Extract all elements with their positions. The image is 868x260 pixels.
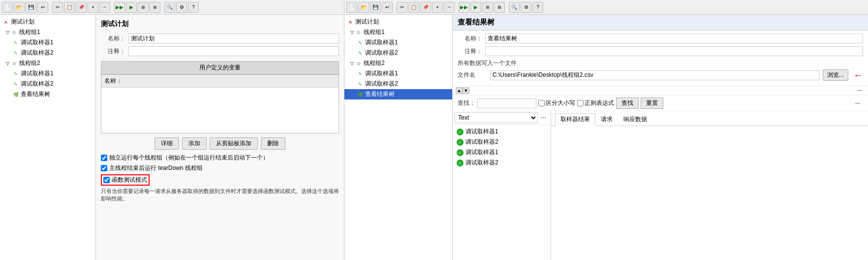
- r-add-btn[interactable]: +: [432, 2, 443, 13]
- r-copy-btn[interactable]: 📋: [408, 2, 419, 13]
- r-file-btn[interactable]: 📄: [346, 2, 357, 13]
- r-tree-item-group1[interactable]: ▽ ⊙ 线程组1: [344, 27, 452, 37]
- run-btn[interactable]: ▶: [126, 2, 137, 13]
- add-btn[interactable]: +: [88, 2, 98, 13]
- r-question-btn[interactable]: ?: [532, 2, 543, 13]
- r-name-row: 名称：: [458, 33, 863, 43]
- scissors-btn[interactable]: ✂: [52, 2, 63, 13]
- r-tree-label-group2: 线程组2: [364, 59, 385, 67]
- add-var-btn[interactable]: 添加: [182, 137, 207, 150]
- r-search-btn[interactable]: 🔍: [509, 2, 520, 13]
- r-settings-btn[interactable]: ⚙: [521, 2, 531, 13]
- independent-threads-checkbox[interactable]: [101, 155, 107, 161]
- name-input[interactable]: [128, 33, 339, 43]
- tree-item-group1[interactable]: ▽ ⊙ 线程组1: [0, 27, 95, 37]
- result-area: Text ··· ✓ 调试取样器1 ✓ 调试取样器2: [453, 111, 868, 260]
- tree-item-s1-1[interactable]: ✎ 调试取样器1: [0, 37, 95, 48]
- expand-btn[interactable]: ▲: [456, 87, 463, 94]
- dots-btn-top[interactable]: ···: [854, 87, 865, 94]
- tree-label-s1-2: 调试取样器2: [21, 49, 54, 57]
- r-tree-label-plan: 测试计划: [355, 18, 379, 26]
- result-type-dropdown[interactable]: Text: [455, 112, 538, 123]
- question-btn[interactable]: ?: [188, 2, 199, 13]
- paste-btn[interactable]: 📌: [76, 2, 87, 13]
- r-open-btn[interactable]: 📂: [358, 2, 369, 13]
- delete-var-btn[interactable]: 删除: [261, 137, 285, 150]
- open-btn[interactable]: 📂: [14, 2, 25, 13]
- r-tree-item-s2-1[interactable]: ✎ 调试取样器1: [344, 68, 452, 79]
- tree-item-s2-1[interactable]: ✎ 调试取样器1: [0, 68, 95, 79]
- stop-btn[interactable]: ⏹: [138, 2, 149, 13]
- case-sensitive-text: 区分大小写: [546, 99, 575, 107]
- collapse-btn[interactable]: ▼: [463, 87, 469, 94]
- r-save-btn[interactable]: 💾: [370, 2, 381, 13]
- comment-row: 注释：: [101, 46, 339, 56]
- detail-btn[interactable]: 详细: [155, 137, 179, 150]
- r-expand-g2: ▽: [350, 61, 354, 66]
- r-comment-input[interactable]: [485, 46, 863, 56]
- reset-btn[interactable]: 重置: [641, 98, 663, 109]
- dots-btn-search[interactable]: ···: [852, 100, 863, 107]
- new-btn[interactable]: 📄: [2, 2, 13, 13]
- search-input[interactable]: [477, 98, 536, 108]
- r-tree-label-s1-1: 调试取样器1: [365, 38, 398, 47]
- result-item-0[interactable]: ✓ 调试取样器1: [455, 127, 549, 137]
- r-tree-item-listener[interactable]: 🌿 查看结果树: [344, 89, 452, 99]
- browse-btn[interactable]: 浏览...: [823, 69, 848, 81]
- tab-response-data[interactable]: 响应数据: [618, 113, 652, 126]
- tab-request[interactable]: 请求: [595, 113, 618, 126]
- left-toolbar: 📄 📂 💾 ↩ ✂ 📋 📌 + − ▶▶ ▶ ⏹ ⏹ 🔍 ⚙ ?: [0, 0, 344, 15]
- result-item-2[interactable]: ✓ 调试取样器1: [455, 147, 549, 158]
- revert-btn[interactable]: ↩: [37, 2, 48, 13]
- tree-item-group2[interactable]: ▽ ⊙ 线程组2: [0, 58, 95, 68]
- function-test-checkbox[interactable]: [103, 177, 110, 183]
- left-content: 测试计划 名称： 注释： 用户定义的变量 名称： 详细 添加: [96, 15, 344, 260]
- r-revert-btn[interactable]: ↩: [382, 2, 393, 13]
- teardown-checkbox[interactable]: [101, 165, 107, 171]
- result-list: ✓ 调试取样器1 ✓ 调试取样器2 ✓ 调试取样器1 ✓: [453, 125, 551, 260]
- result-item-3[interactable]: ✓ 调试取样器2: [455, 158, 549, 168]
- tree-item-s2-2[interactable]: ✎ 调试取样器2: [0, 79, 95, 89]
- tree-item-plan[interactable]: A 测试计划: [0, 17, 95, 27]
- r-scissors-btn[interactable]: ✂: [397, 2, 407, 13]
- stop2-btn[interactable]: ⏹: [150, 2, 160, 13]
- thread-icon-2: ⊙: [10, 60, 18, 67]
- r-tree-label-s2-2: 调试取样器2: [365, 80, 398, 88]
- run-all-btn[interactable]: ▶▶: [114, 2, 125, 13]
- r-expand-g1: ▽: [350, 30, 354, 35]
- search-row: 查找： 区分大小写 正则表达式 查找 重置 ···: [453, 96, 868, 111]
- r-stop2-btn[interactable]: ⏹: [494, 2, 505, 13]
- r-tree-item-s1-1[interactable]: ✎ 调试取样器1: [344, 37, 452, 48]
- r-stop-btn[interactable]: ⏹: [482, 2, 493, 13]
- tree-item-s1-2[interactable]: ✎ 调试取样器2: [0, 48, 95, 58]
- right-form: 名称： 注释： 所有数据写入一个文件 文件名 浏览... ←: [453, 31, 868, 86]
- r-run-btn[interactable]: ▶: [470, 2, 481, 13]
- copy-btn[interactable]: 📋: [64, 2, 75, 13]
- tree-item-listener[interactable]: 🌿 查看结果树: [0, 89, 95, 99]
- r-tree-item-s2-2[interactable]: ✎ 调试取样器2: [344, 79, 452, 89]
- result-label-2: 调试取样器1: [465, 148, 498, 157]
- case-sensitive-checkbox[interactable]: [538, 100, 545, 106]
- checkbox-row-2: 主线程结束后运行 tearDown 线程组: [101, 164, 339, 172]
- dots-btn-list[interactable]: ···: [538, 114, 549, 121]
- result-item-1[interactable]: ✓ 调试取样器2: [455, 137, 549, 147]
- settings-btn[interactable]: ⚙: [176, 2, 187, 13]
- minus-btn[interactable]: −: [99, 2, 110, 13]
- r-minus-btn[interactable]: −: [444, 2, 455, 13]
- comment-input[interactable]: [128, 46, 339, 56]
- save-btn[interactable]: 💾: [26, 2, 36, 13]
- find-btn[interactable]: 查找: [616, 98, 639, 109]
- r-run-all-btn[interactable]: ▶▶: [459, 2, 469, 13]
- tab-sampler-result[interactable]: 取样器结果: [555, 113, 595, 126]
- case-sensitive-label: 区分大小写: [538, 99, 575, 107]
- paste-from-clipboard-btn[interactable]: 从剪贴板添加: [210, 137, 258, 150]
- r-tree-item-group2[interactable]: ▽ ⊙ 线程组2: [344, 58, 452, 68]
- r-paste-btn[interactable]: 📌: [420, 2, 431, 13]
- file-path-input[interactable]: [490, 70, 820, 80]
- r-name-input[interactable]: [485, 33, 863, 43]
- search-btn[interactable]: 🔍: [164, 2, 175, 13]
- r-tree-item-plan[interactable]: A 测试计划: [344, 17, 452, 27]
- right-panel: 📄 📂 💾 ↩ ✂ 📋 📌 + − ▶▶ ▶ ⏹ ⏹ 🔍 ⚙ ? A 测试计划 …: [344, 0, 868, 260]
- regex-checkbox[interactable]: [577, 100, 584, 106]
- r-tree-item-s1-2[interactable]: ✎ 调试取样器2: [344, 48, 452, 58]
